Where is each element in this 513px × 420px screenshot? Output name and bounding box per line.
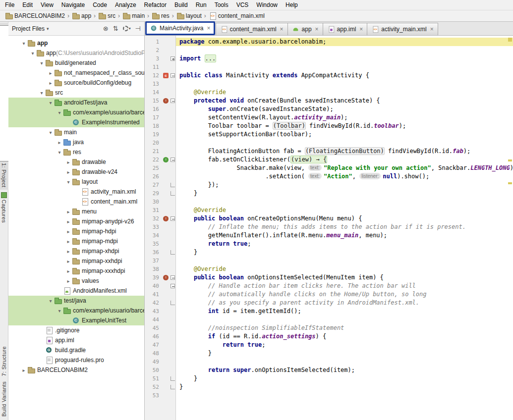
menu-help[interactable]: Help	[282, 0, 302, 9]
toolbar-hide-icon[interactable]: ⊣	[135, 25, 141, 32]
line-number[interactable]: 42	[145, 299, 162, 307]
chevron-down-icon[interactable]: ▾	[56, 150, 63, 155]
tool-button-build-variants[interactable]: Build Variants	[1, 379, 7, 419]
fold-end-icon[interactable]	[171, 301, 175, 305]
line-number[interactable]: 1	[145, 38, 162, 46]
line-number[interactable]: 33	[145, 223, 162, 231]
chevron-down-icon[interactable]: ▾	[47, 298, 54, 304]
close-icon[interactable]: ×	[430, 26, 434, 33]
close-icon[interactable]: ×	[359, 26, 363, 33]
tree-item-drawable[interactable]: ▸drawable	[8, 157, 144, 167]
line-number[interactable]: 32	[145, 214, 162, 223]
line-number[interactable]: 43	[145, 307, 162, 315]
line-number[interactable]: 27	[145, 181, 162, 189]
line-number[interactable]: 30	[145, 198, 162, 206]
line-number[interactable]: 52	[145, 383, 162, 391]
tab-app-iml[interactable]: app.iml×	[323, 23, 368, 35]
tree-item-menu[interactable]: ▸menu	[8, 207, 144, 216]
line-number[interactable]: 48	[145, 349, 162, 358]
tree-item-androidmanifest-xml[interactable]: AndroidManifest.xml	[8, 286, 144, 296]
menu-build[interactable]: Build	[171, 0, 192, 9]
line-number[interactable]: 35	[145, 240, 162, 248]
chevron-down-icon[interactable]: ▾	[38, 90, 45, 96]
line-number[interactable]: 31	[145, 206, 162, 214]
error-stripe[interactable]	[507, 36, 513, 420]
tab-activity-main-xml[interactable]: activity_main.xml×	[367, 23, 438, 35]
project-view-selector[interactable]: Project Files ▾	[12, 25, 49, 32]
tree-item-java[interactable]: ▸java	[8, 137, 144, 147]
tree-item-app[interactable]: ▾app (C:\Users\usuario\AndroidStudioPr	[8, 48, 144, 58]
tree-item-res[interactable]: ▾res	[8, 147, 144, 157]
tree-item-test-java[interactable]: ▾test/java	[8, 296, 144, 306]
chevron-right-icon[interactable]: ▸	[20, 368, 27, 373]
chevron-right-icon[interactable]: ▸	[47, 80, 54, 86]
line-number[interactable]: 37	[145, 257, 162, 265]
line-number[interactable]: 19	[145, 130, 162, 139]
tree-item-activity-main-xml[interactable]: activity_main.xml	[8, 187, 144, 197]
tool-button-captures[interactable]: Captures	[1, 190, 7, 225]
menu-edit[interactable]: Edit	[18, 0, 37, 9]
chevron-right-icon[interactable]: ▸	[65, 268, 72, 274]
menu-refactor[interactable]: Refactor	[140, 0, 171, 9]
fold-start-icon[interactable]	[171, 216, 175, 221]
chevron-right-icon[interactable]: ▸	[65, 159, 72, 165]
line-number[interactable]: 22	[145, 156, 162, 164]
line-number[interactable]: 21	[145, 147, 162, 156]
chevron-right-icon[interactable]: ▸	[65, 239, 72, 244]
close-icon[interactable]: ×	[280, 26, 284, 33]
menu-window[interactable]: Window	[252, 0, 282, 9]
tab-content-main-xml[interactable]: content_main.xml×	[216, 23, 288, 35]
tree-item-values[interactable]: ▸values	[8, 276, 144, 286]
chevron-right-icon[interactable]: ▸	[65, 219, 72, 224]
toolbar-collapse-all-icon[interactable]: ⇅	[113, 25, 118, 32]
warning-tick[interactable]	[508, 182, 512, 184]
chevron-down-icon[interactable]: ▾	[47, 100, 54, 105]
line-number[interactable]: 50	[145, 366, 162, 374]
line-number[interactable]: 17	[145, 113, 162, 122]
tree-item-barcelonabim2[interactable]: ▸BARCELONABIM2	[8, 365, 144, 375]
implement-icon[interactable]	[163, 157, 169, 162]
tree-item-app-iml[interactable]: app.iml	[8, 335, 144, 345]
chevron-down-icon[interactable]: ▾	[56, 308, 63, 314]
chevron-right-icon[interactable]: ▸	[65, 278, 72, 284]
breadcrumb-item-content-main-xml[interactable]: content_main.xml	[208, 12, 266, 20]
line-number[interactable]: 20	[145, 139, 162, 147]
tree-item-source-buildconfig-debug[interactable]: ▸source/buildConfig/debug	[8, 78, 144, 88]
fold-end-icon[interactable]	[171, 250, 175, 255]
tree-item-mipmap-xxhdpi[interactable]: ▸mipmap-xxhdpi	[8, 256, 144, 266]
tree-item-mipmap-mdpi[interactable]: ▸mipmap-mdpi	[8, 236, 144, 246]
fold-start-icon[interactable]	[171, 275, 175, 280]
line-number[interactable]: 26	[145, 172, 162, 181]
line-number[interactable]: 40	[145, 282, 162, 290]
line-number[interactable]: 14	[145, 88, 162, 97]
close-icon[interactable]: ×	[315, 26, 319, 33]
tool-button-7-structure[interactable]: 7: Structure	[1, 344, 7, 378]
menu-view[interactable]: View	[37, 0, 57, 9]
override-icon[interactable]	[163, 275, 169, 280]
line-number[interactable]: 34	[145, 231, 162, 240]
line-number[interactable]: 2	[145, 46, 162, 54]
line-number[interactable]: 13	[145, 80, 162, 88]
tree-item-src[interactable]: ▾src	[8, 88, 144, 98]
line-number[interactable]: 29	[145, 189, 162, 198]
tree-item-mipmap-xxxhdpi[interactable]: ▸mipmap-xxxhdpi	[8, 266, 144, 276]
line-number[interactable]: 44	[145, 315, 162, 324]
fold-plus-icon[interactable]	[171, 56, 175, 61]
menu-code[interactable]: Code	[89, 0, 111, 9]
tree-item-build-gradle[interactable]: build.gradle	[8, 345, 144, 355]
tree-item-proguard-rules-pro[interactable]: proguard-rules.pro	[8, 355, 144, 365]
tree-item-com-example-usuario-barce[interactable]: ▾com/example/usuario/barce	[8, 107, 144, 117]
chevron-right-icon[interactable]: ▸	[65, 169, 72, 175]
breadcrumb-item-main[interactable]: main	[121, 12, 146, 20]
warning-tick[interactable]	[508, 159, 512, 161]
breadcrumb-item-barcelonabim2[interactable]: BARCELONABIM2	[4, 12, 66, 20]
fold-start-icon[interactable]	[171, 73, 175, 78]
line-number[interactable]: 45	[145, 324, 162, 332]
breadcrumb-item-src[interactable]: src	[97, 12, 116, 20]
menu-tools[interactable]: Tools	[211, 0, 232, 9]
fold-end-icon[interactable]	[171, 191, 175, 196]
close-icon[interactable]: ×	[207, 25, 210, 32]
run-class-icon[interactable]	[163, 73, 169, 78]
menu-run[interactable]: Run	[192, 0, 211, 9]
code-editor[interactable]: 1package com.example.usuario.barcelonabi…	[145, 36, 513, 420]
